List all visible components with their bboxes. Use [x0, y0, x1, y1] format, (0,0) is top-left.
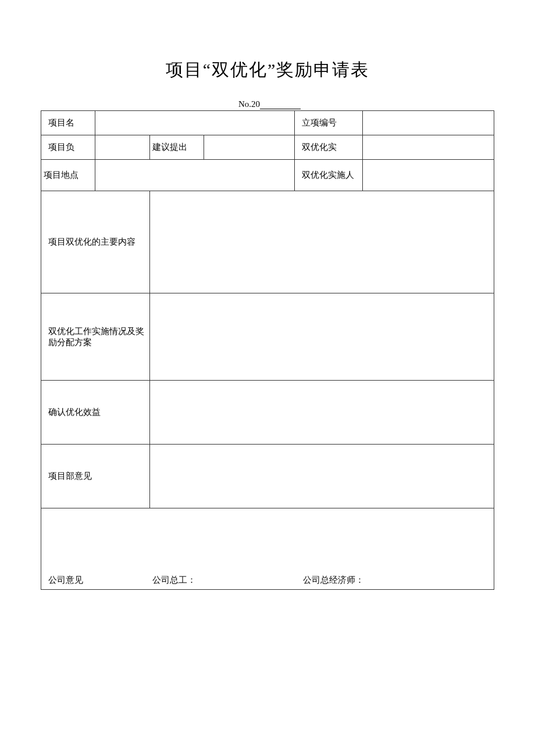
field-project-name[interactable]	[95, 111, 295, 135]
form-no-prefix: No.20	[238, 99, 260, 109]
field-project-no[interactable]	[363, 111, 494, 135]
field-suggestion[interactable]	[204, 135, 295, 160]
field-confirm-benefit[interactable]	[149, 381, 494, 445]
label-impl-reward: 双优化工作实施情况及奖励分配方案	[41, 293, 150, 381]
label-project-location: 项目地点	[41, 160, 95, 191]
field-dual-opt-impl[interactable]	[363, 135, 494, 160]
field-impl-reward[interactable]	[149, 293, 494, 381]
label-project-dept-opinion: 项目部意见	[41, 445, 150, 508]
field-project-dept-opinion[interactable]	[149, 445, 494, 508]
application-form-table: 项目名 立项编号 项目负 建议提出 双优化实 项目地点 双优化实施人 项目双优化…	[41, 110, 494, 590]
label-chief-economist: 公司总经济师：	[303, 575, 489, 586]
form-no-blank[interactable]	[260, 100, 301, 109]
label-project-no: 立项编号	[295, 111, 363, 135]
label-chief-engineer: 公司总工：	[152, 575, 303, 586]
label-project-name: 项目名	[41, 111, 95, 135]
form-title: 项目“双优化”奖励申请表	[41, 58, 494, 82]
field-project-location[interactable]	[95, 160, 295, 191]
form-number-line: No.20	[41, 99, 494, 109]
label-company-opinion: 公司意见	[46, 575, 152, 586]
label-suggestion: 建议提出	[149, 135, 204, 160]
label-main-content: 项目双优化的主要内容	[41, 191, 150, 293]
label-project-owner: 项目负	[41, 135, 95, 160]
label-confirm-benefit: 确认优化效益	[41, 381, 150, 445]
label-dual-opt-person: 双优化实施人	[295, 160, 363, 191]
field-dual-opt-person[interactable]	[363, 160, 494, 191]
company-opinion-row[interactable]: 公司意见 公司总工： 公司总经济师：	[41, 508, 494, 590]
field-main-content[interactable]	[149, 191, 494, 293]
field-project-owner[interactable]	[95, 135, 149, 160]
label-dual-opt-impl: 双优化实	[295, 135, 363, 160]
